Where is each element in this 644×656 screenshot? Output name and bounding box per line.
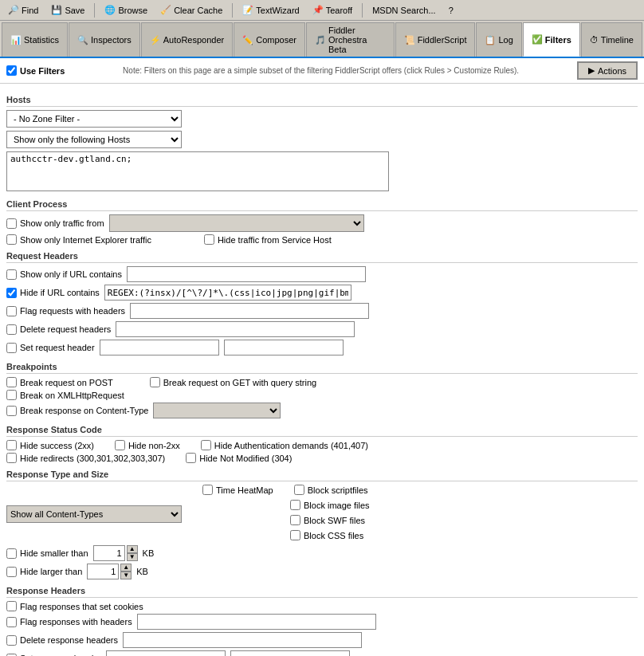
- use-filters-checkbox[interactable]: [6, 65, 17, 76]
- flag-requests-label[interactable]: Flag requests with headers: [6, 306, 125, 316]
- nav-tabs: 📊 Statistics 🔍 Inspectors ⚡ AutoResponde…: [0, 21, 644, 58]
- flag-response-headers-input[interactable]: [137, 614, 376, 630]
- block-imagefiles-label[interactable]: Block image files: [290, 500, 370, 510]
- save-button[interactable]: 💾 Save: [46, 2, 89, 19]
- delete-response-headers-checkbox[interactable]: [6, 635, 17, 646]
- clear-cache-button[interactable]: 🧹 Clear Cache: [155, 2, 227, 19]
- hide-service-checkbox[interactable]: [204, 234, 214, 245]
- tab-composer[interactable]: ✏️ Composer: [234, 22, 305, 57]
- hide-larger-input[interactable]: [87, 564, 119, 579]
- delete-request-input[interactable]: [116, 321, 355, 337]
- hide-non2xx-label[interactable]: Hide non-2xx: [115, 440, 180, 450]
- set-response-header-checkbox[interactable]: [6, 654, 17, 657]
- break-post-checkbox[interactable]: [6, 377, 17, 387]
- delete-request-checkbox[interactable]: [6, 324, 17, 335]
- break-xml-label[interactable]: Break on XMLHttpRequest: [6, 390, 124, 400]
- host-filter-select[interactable]: Show only the following Hosts Hide the f…: [6, 131, 182, 148]
- set-request-name-input[interactable]: [100, 340, 219, 355]
- hide-smaller-checkbox[interactable]: [6, 548, 17, 559]
- hide-2xx-label[interactable]: Hide success (2xx): [6, 440, 94, 450]
- block-css-label[interactable]: Block CSS files: [290, 530, 363, 540]
- use-filters-label[interactable]: Use Filters: [6, 65, 65, 76]
- show-ie-checkbox[interactable]: [6, 234, 17, 245]
- hide-redirects-label[interactable]: Hide redirects (300,301,302,303,307): [6, 453, 165, 463]
- break-content-checkbox[interactable]: [6, 406, 17, 416]
- flag-requests-checkbox[interactable]: [6, 306, 17, 316]
- block-imagefiles-checkbox[interactable]: [290, 500, 300, 510]
- tab-timeline[interactable]: ⏱ Timeline: [581, 22, 642, 57]
- textwizard-button[interactable]: 📝 TextWizard: [238, 2, 304, 19]
- hide-url-input[interactable]: [104, 285, 351, 301]
- actions-button[interactable]: ▶ Actions: [577, 61, 638, 80]
- traffic-source-select[interactable]: [109, 214, 364, 232]
- hide-redirects-checkbox[interactable]: [6, 453, 17, 463]
- block-css-checkbox[interactable]: [290, 530, 300, 540]
- tab-autoresponder[interactable]: ⚡ AutoResponder: [141, 22, 233, 57]
- time-heatmap-label[interactable]: Time HeatMap: [202, 485, 273, 495]
- flag-requests-input[interactable]: [130, 303, 369, 319]
- break-get-label[interactable]: Break request on GET with query string: [150, 377, 316, 387]
- show-url-checkbox[interactable]: [6, 269, 17, 280]
- set-response-header-name-input[interactable]: [106, 650, 226, 656]
- block-scriptfiles-label[interactable]: Block scriptfiles: [294, 485, 368, 495]
- hide-smaller-label[interactable]: Hide smaller than: [6, 548, 88, 559]
- break-get-checkbox[interactable]: [150, 377, 160, 387]
- hide-larger-up[interactable]: ▲: [120, 564, 132, 572]
- set-request-value-input[interactable]: [224, 340, 344, 355]
- hide-auth-checkbox[interactable]: [201, 440, 211, 450]
- tearoff-button[interactable]: 📌 Tearoff: [308, 2, 357, 19]
- hide-not-modified-label[interactable]: Hide Not Modified (304): [186, 453, 292, 463]
- hide-larger-checkbox[interactable]: [6, 567, 17, 577]
- hide-2xx-checkbox[interactable]: [6, 440, 17, 450]
- browse-button[interactable]: 🌐 Browse: [100, 2, 152, 19]
- find-button[interactable]: 🔎 Find: [3, 2, 43, 19]
- break-content-select[interactable]: [153, 403, 281, 418]
- delete-response-headers-input[interactable]: [123, 632, 362, 648]
- delete-response-headers-label[interactable]: Delete response headers: [6, 635, 118, 646]
- hide-url-checkbox[interactable]: [6, 288, 17, 298]
- show-ie-label[interactable]: Show only Internet Explorer traffic: [6, 234, 151, 245]
- tab-filters[interactable]: ✅ Filters: [523, 22, 580, 57]
- hide-larger-down[interactable]: ▼: [120, 572, 132, 579]
- msdn-search-button[interactable]: MSDN Search...: [367, 2, 440, 19]
- break-content-label[interactable]: Break response on Content-Type: [6, 406, 148, 416]
- time-heatmap-checkbox[interactable]: [202, 485, 213, 495]
- set-response-header-label[interactable]: Set response header: [6, 654, 101, 657]
- flag-cookies-label[interactable]: Flag responses that set cookies: [6, 601, 143, 611]
- flag-response-headers-checkbox[interactable]: [6, 617, 17, 627]
- delete-request-label[interactable]: Delete request headers: [6, 324, 111, 335]
- block-scriptfiles-checkbox[interactable]: [294, 485, 304, 495]
- hide-non2xx-checkbox[interactable]: [115, 440, 125, 450]
- flag-cookies-checkbox[interactable]: [6, 601, 17, 611]
- break-post-label[interactable]: Break request on POST: [6, 377, 113, 387]
- hide-smaller-up[interactable]: ▲: [127, 545, 138, 553]
- content-type-select[interactable]: Show all Content-Types Hide images Show …: [6, 505, 182, 523]
- hide-url-label[interactable]: Hide if URL contains: [6, 288, 100, 298]
- clear-cache-icon: 🧹: [160, 5, 171, 15]
- block-swf-label[interactable]: Block SWF files: [290, 515, 365, 525]
- set-request-label[interactable]: Set request header: [6, 343, 95, 353]
- hide-smaller-input[interactable]: [93, 545, 125, 561]
- zone-filter-select[interactable]: - No Zone Filter - Show only Intranet Sh…: [6, 110, 182, 128]
- show-traffic-label[interactable]: Show only traffic from: [6, 218, 104, 229]
- break-xml-checkbox[interactable]: [6, 390, 17, 400]
- show-traffic-checkbox[interactable]: [6, 218, 17, 229]
- show-url-label[interactable]: Show only if URL contains: [6, 269, 122, 280]
- hide-service-label[interactable]: Hide traffic from Service Host: [204, 234, 332, 245]
- hosts-textarea[interactable]: authcctr-dev.gtland.cn;: [6, 151, 389, 191]
- block-swf-checkbox[interactable]: [290, 515, 300, 525]
- flag-response-headers-label[interactable]: Flag responses with headers: [6, 617, 132, 627]
- set-request-checkbox[interactable]: [6, 343, 17, 353]
- tab-fiddlerscript[interactable]: 📜 FiddlerScript: [395, 22, 476, 57]
- hide-auth-label[interactable]: Hide Authentication demands (401,407): [201, 440, 368, 450]
- show-url-input[interactable]: [127, 266, 366, 282]
- tab-inspectors[interactable]: 🔍 Inspectors: [69, 22, 140, 57]
- hide-larger-label[interactable]: Hide larger than: [6, 567, 82, 577]
- tab-log[interactable]: 📋 Log: [476, 22, 521, 57]
- hide-smaller-down[interactable]: ▼: [127, 553, 138, 561]
- hide-not-modified-checkbox[interactable]: [186, 453, 196, 463]
- tab-fiddler-orchestra[interactable]: 🎵 Fiddler Orchestra Beta: [306, 22, 395, 57]
- tab-statistics[interactable]: 📊 Statistics: [2, 22, 68, 57]
- help-button[interactable]: ?: [444, 2, 458, 19]
- set-response-header-value-input[interactable]: [230, 650, 350, 656]
